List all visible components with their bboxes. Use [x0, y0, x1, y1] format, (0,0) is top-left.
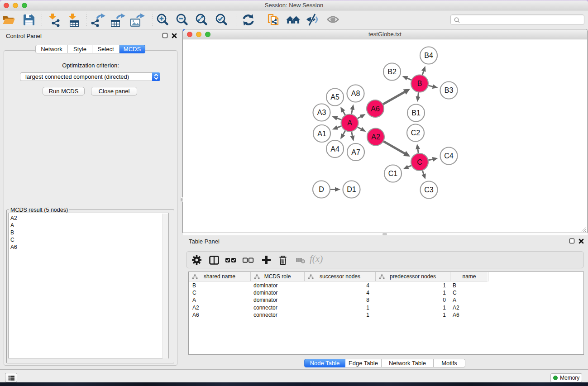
svg-text:f(x): f(x) [310, 255, 323, 264]
svg-text:C3: C3 [424, 186, 434, 194]
svg-text:A1: A1 [317, 130, 326, 138]
svg-text:B: B [417, 80, 422, 87]
svg-text:D: D [319, 186, 324, 193]
svg-text:C1: C1 [388, 170, 398, 177]
svg-text:A7: A7 [351, 148, 360, 156]
svg-text:A: A [347, 119, 352, 127]
svg-text:A6: A6 [371, 105, 380, 113]
svg-text:C2: C2 [411, 129, 421, 137]
svg-text:B2: B2 [387, 68, 397, 76]
svg-text:D1: D1 [347, 186, 356, 193]
svg-text:B1: B1 [411, 109, 421, 117]
svg-text:B3: B3 [445, 86, 454, 94]
svg-text:C: C [417, 158, 422, 166]
svg-text:A8: A8 [351, 90, 360, 97]
svg-text:A4: A4 [330, 145, 339, 153]
svg-text:B4: B4 [424, 52, 433, 59]
svg-text:C4: C4 [444, 152, 454, 160]
svg-text:A3: A3 [317, 109, 326, 116]
svg-text:A2: A2 [371, 133, 380, 141]
svg-text:A5: A5 [330, 93, 339, 101]
